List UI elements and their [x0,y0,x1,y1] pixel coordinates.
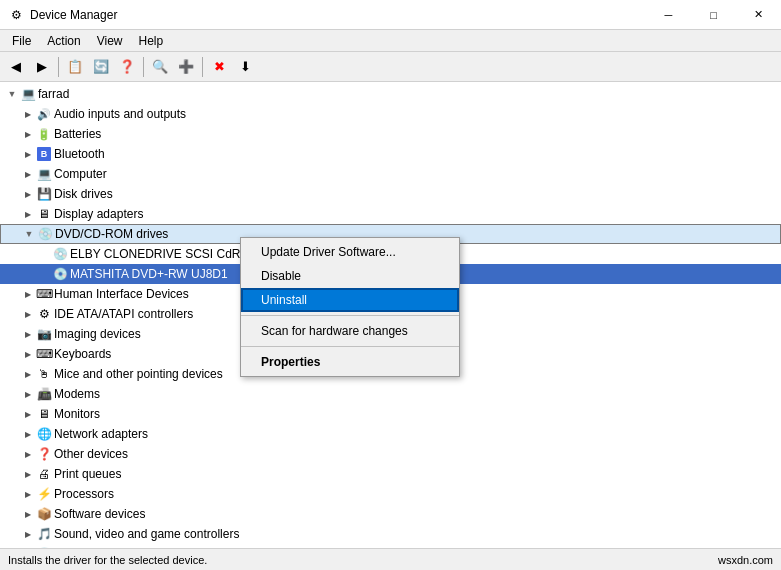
tree-icon-mice: 🖱 [36,366,52,382]
menu-action[interactable]: Action [39,32,88,50]
tree-label-disk: Disk drives [54,187,777,201]
close-button[interactable]: ✕ [736,0,781,30]
tree-item-print[interactable]: ▶ 🖨 Print queues [0,464,781,484]
expand-icon-dvd: ▼ [21,226,37,242]
expand-icon-bluetooth: ▶ [20,146,36,162]
tree-item-software[interactable]: ▶ 📦 Software devices [0,504,781,524]
tree-item-computer[interactable]: ▶ 💻 Computer [0,164,781,184]
expand-icon-network: ▶ [20,426,36,442]
expand-icon-other: ▶ [20,446,36,462]
expand-icon-audio: ▶ [20,106,36,122]
tree-item-bluetooth[interactable]: ▶ B Bluetooth [0,144,781,164]
status-text: Installs the driver for the selected dev… [8,554,207,566]
tree-icon-display: 🖥 [36,206,52,222]
tree-label-batteries: Batteries [54,127,777,141]
app-icon: ⚙ [8,7,24,23]
tree-icon-monitors: 🖥 [36,406,52,422]
window-controls: ─ □ ✕ [646,0,781,30]
window-title: Device Manager [30,8,117,22]
expand-icon-matshita [36,266,52,282]
ctx-properties[interactable]: Properties [241,350,459,374]
toolbar-update[interactable]: 🔄 [89,55,113,79]
toolbar-forward[interactable]: ▶ [30,55,54,79]
ctx-scan[interactable]: Scan for hardware changes [241,319,459,343]
tree-root[interactable]: ▼ 💻 farrad [0,84,781,104]
tree-icon-keyboards: ⌨ [36,346,52,362]
tree-icon-audio [36,106,52,122]
toolbar: ◀ ▶ 📋 🔄 ❓ 🔍 ➕ ✖ ⬇ [0,52,781,82]
expand-icon-mice: ▶ [20,366,36,382]
expand-icon-print: ▶ [20,466,36,482]
toolbar-back[interactable]: ◀ [4,55,28,79]
tree-icon-hid: ⌨ [36,286,52,302]
minimize-button[interactable]: ─ [646,0,691,30]
tree-icon-sound: 🎵 [36,526,52,542]
context-menu: Update Driver Software... Disable Uninst… [240,237,460,377]
tree-item-other[interactable]: ▶ ❓ Other devices [0,444,781,464]
tree-label-storage: Storage controllers [54,547,777,548]
expand-icon-computer: ▶ [20,166,36,182]
toolbar-down[interactable]: ⬇ [233,55,257,79]
ctx-disable[interactable]: Disable [241,264,459,288]
tree-icon-print: 🖨 [36,466,52,482]
tree-label-modems: Modems [54,387,777,401]
tree-icon-batteries [36,126,52,142]
expand-icon-hid: ▶ [20,286,36,302]
tree-icon-other: ❓ [36,446,52,462]
tree-item-monitors[interactable]: ▶ 🖥 Monitors [0,404,781,424]
expand-icon-proc: ▶ [20,486,36,502]
tree-icon-modems: 📠 [36,386,52,402]
tree-icon-bluetooth: B [36,146,52,162]
tree-label-monitors: Monitors [54,407,777,421]
tree-label-bluetooth: Bluetooth [54,147,777,161]
tree-item-audio[interactable]: ▶ Audio inputs and outputs [0,104,781,124]
tree-item-batteries[interactable]: ▶ Batteries [0,124,781,144]
expand-icon-disk: ▶ [20,186,36,202]
expand-icon-software: ▶ [20,506,36,522]
ctx-sep-2 [241,346,459,347]
ctx-update[interactable]: Update Driver Software... [241,240,459,264]
tree-icon-storage: 💿 [36,546,52,548]
toolbar-remove[interactable]: ✖ [207,55,231,79]
expand-icon-batteries: ▶ [20,126,36,142]
expand-icon-display: ▶ [20,206,36,222]
tree-label-network: Network adapters [54,427,777,441]
tree-item-storage[interactable]: ▶ 💿 Storage controllers [0,544,781,548]
maximize-button[interactable]: □ [691,0,736,30]
tree-icon-network: 🌐 [36,426,52,442]
expand-icon-ide: ▶ [20,306,36,322]
tree-item-sound[interactable]: ▶ 🎵 Sound, video and game controllers [0,524,781,544]
menu-file[interactable]: File [4,32,39,50]
ctx-uninstall[interactable]: Uninstall [241,288,459,312]
tree-icon-imaging: 📷 [36,326,52,342]
tree-label-computer: Computer [54,167,777,181]
tree-icon-disk: 💾 [36,186,52,202]
toolbar-add[interactable]: ➕ [174,55,198,79]
toolbar-sep-2 [143,57,144,77]
tree-item-display[interactable]: ▶ 🖥 Display adapters [0,204,781,224]
tree-icon-root: 💻 [20,86,36,102]
toolbar-properties[interactable]: 📋 [63,55,87,79]
tree-label-print: Print queues [54,467,777,481]
tree-icon-dvd: 💿 [37,226,53,242]
tree-label-other: Other devices [54,447,777,461]
expand-icon-storage: ▶ [20,546,36,548]
toolbar-scan[interactable]: 🔍 [148,55,172,79]
toolbar-sep-3 [202,57,203,77]
tree-item-modems[interactable]: ▶ 📠 Modems [0,384,781,404]
tree-item-proc[interactable]: ▶ ⚡ Processors [0,484,781,504]
expand-icon-monitors: ▶ [20,406,36,422]
tree-item-disk[interactable]: ▶ 💾 Disk drives [0,184,781,204]
tree-icon-ide: ⚙ [36,306,52,322]
tree-label-audio: Audio inputs and outputs [54,107,777,121]
tree-item-network[interactable]: ▶ 🌐 Network adapters [0,424,781,444]
expand-icon-root: ▼ [4,86,20,102]
toolbar-sep-1 [58,57,59,77]
ctx-sep-1 [241,315,459,316]
tree-icon-computer: 💻 [36,166,52,182]
menu-help[interactable]: Help [131,32,172,50]
tree-icon-matshita: 💿 [52,266,68,282]
expand-icon-sound: ▶ [20,526,36,542]
menu-view[interactable]: View [89,32,131,50]
toolbar-help[interactable]: ❓ [115,55,139,79]
